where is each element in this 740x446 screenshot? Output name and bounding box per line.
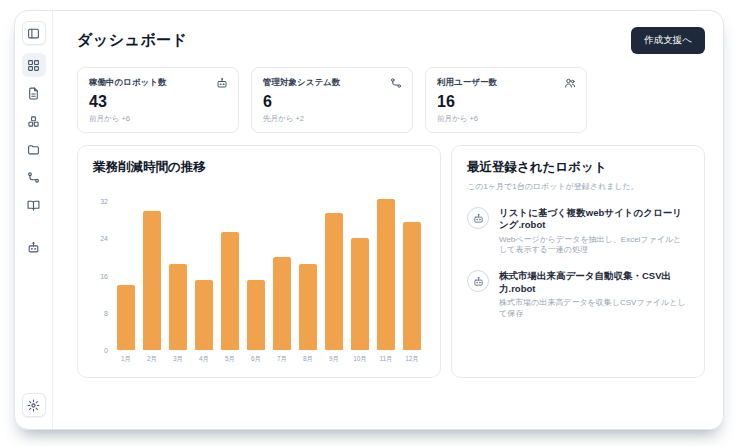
robot-item-text: 株式市場出来高データ自動収集・CSV出力.robot株式市場の出来高データを収集…	[499, 270, 689, 318]
bot-icon	[467, 270, 489, 292]
stat-card-1: 管理対象システム数6先月から +2	[251, 67, 413, 133]
robot-list-item[interactable]: リストに基づく複数webサイトのクローリング.robotWebページからデータを…	[467, 207, 689, 255]
recent-robots-title: 最近登録されたロボット	[467, 159, 689, 176]
bar-chart: 08162432 1月2月3月4月5月6月7月8月9月10月11月12月	[93, 192, 425, 364]
bar-10月	[351, 238, 369, 350]
robot-name: リストに基づく複数webサイトのクローリング.robot	[499, 207, 689, 232]
sidebar-item-dashboard[interactable]	[22, 53, 46, 77]
bar-5月	[221, 232, 239, 351]
robot-name: 株式市場出来高データ自動収集・CSV出力.robot	[499, 270, 689, 295]
bar-6月	[247, 280, 265, 350]
workflow-icon	[390, 77, 402, 89]
sidebar-item-blocks[interactable]	[22, 109, 46, 133]
sidebar-settings-button[interactable]	[22, 393, 46, 417]
bar-7月	[273, 257, 291, 350]
blocks-icon	[27, 115, 40, 128]
folder-icon	[27, 143, 40, 156]
grid-icon	[27, 59, 40, 72]
stat-label: 利用ユーザー数	[437, 77, 575, 89]
bar-3月	[169, 264, 187, 350]
stat-delta: 先月から +2	[263, 114, 401, 124]
bar-12月	[403, 222, 421, 350]
bar-9月	[325, 213, 343, 350]
chart-y-axis: 08162432	[93, 192, 113, 350]
stat-delta: 前月から +6	[437, 114, 575, 124]
recent-robots-subtitle: この1ヶ月で1台のロボットが登録されました。	[467, 181, 689, 192]
stat-card-2: 利用ユーザー数16前月から +6	[425, 67, 587, 133]
sidebar-item-workflows[interactable]	[22, 165, 46, 189]
sidebar-nav	[15, 51, 52, 393]
x-tick-label: 6月	[243, 355, 269, 364]
bar-slot	[139, 192, 165, 350]
main-content: ダッシュボード 作成支援へ 稼働中のロボット数43前月から +6管理対象システム…	[53, 11, 723, 429]
stats-row: 稼働中のロボット数43前月から +6管理対象システム数6先月から +2利用ユーザ…	[77, 67, 705, 133]
bar-slot	[321, 192, 347, 350]
users-icon	[564, 77, 576, 89]
x-tick-label: 11月	[373, 355, 399, 364]
bar-slot	[217, 192, 243, 350]
app-window: ダッシュボード 作成支援へ 稼働中のロボット数43前月から +6管理対象システム…	[14, 10, 724, 430]
robot-icon	[216, 77, 228, 89]
bar-slot	[269, 192, 295, 350]
bar-slot	[191, 192, 217, 350]
x-tick-label: 12月	[399, 355, 425, 364]
y-tick-label: 8	[104, 309, 108, 316]
sidebar-toggle-button[interactable]	[22, 21, 46, 45]
bar-8月	[299, 264, 317, 350]
sidebar	[15, 11, 53, 429]
stat-label: 管理対象システム数	[263, 77, 401, 89]
book-icon	[27, 199, 40, 212]
bar-1月	[117, 285, 135, 350]
sidebar-item-assistant[interactable]	[22, 235, 46, 259]
bar-slot	[113, 192, 139, 350]
bar-slot	[243, 192, 269, 350]
x-tick-label: 4月	[191, 355, 217, 364]
stat-value: 16	[437, 93, 575, 111]
bot-icon	[27, 241, 40, 254]
bar-slot	[165, 192, 191, 350]
stat-value: 6	[263, 93, 401, 111]
robot-list-item[interactable]: 株式市場出来高データ自動収集・CSV出力.robot株式市場の出来高データを収集…	[467, 270, 689, 318]
sidebar-item-folders[interactable]	[22, 137, 46, 161]
bar-4月	[195, 280, 213, 350]
x-tick-label: 2月	[139, 355, 165, 364]
y-tick-label: 16	[100, 272, 108, 279]
y-tick-label: 0	[104, 347, 108, 354]
chart-plot: 1月2月3月4月5月6月7月8月9月10月11月12月	[113, 192, 425, 364]
stat-label: 稼働中のロボット数	[89, 77, 227, 89]
stat-delta: 前月から +6	[89, 114, 227, 124]
robot-list: リストに基づく複数webサイトのクローリング.robotWebページからデータを…	[467, 207, 689, 319]
chart-title: 業務削減時間の推移	[93, 159, 425, 176]
x-tick-label: 9月	[321, 355, 347, 364]
bar-2月	[143, 211, 161, 350]
bar-11月	[377, 199, 395, 350]
sidebar-item-documents[interactable]	[22, 81, 46, 105]
robot-description: 株式市場の出来高データを収集しCSVファイルとして保存	[499, 298, 689, 319]
bar-slot	[347, 192, 373, 350]
x-tick-label: 5月	[217, 355, 243, 364]
chart-card: 業務削減時間の推移 08162432 1月2月3月4月5月6月7月8月9月10月…	[77, 145, 441, 378]
robot-item-text: リストに基づく複数webサイトのクローリング.robotWebページからデータを…	[499, 207, 689, 255]
x-tick-label: 8月	[295, 355, 321, 364]
x-tick-label: 10月	[347, 355, 373, 364]
x-tick-label: 7月	[269, 355, 295, 364]
y-tick-label: 32	[100, 198, 108, 205]
x-tick-label: 1月	[113, 355, 139, 364]
stat-card-0: 稼働中のロボット数43前月から +6	[77, 67, 239, 133]
header: ダッシュボード 作成支援へ	[77, 27, 705, 54]
stat-value: 43	[89, 93, 227, 111]
chart-x-axis: 1月2月3月4月5月6月7月8月9月10月11月12月	[113, 355, 425, 364]
create-support-button[interactable]: 作成支援へ	[631, 27, 705, 54]
bar-slot	[295, 192, 321, 350]
bot-icon	[467, 207, 489, 229]
page-title: ダッシュボード	[77, 31, 188, 50]
panel-left-icon	[27, 27, 40, 40]
content-row: 業務削減時間の推移 08162432 1月2月3月4月5月6月7月8月9月10月…	[77, 145, 705, 378]
gear-icon	[27, 399, 40, 412]
file-icon	[27, 87, 40, 100]
robot-description: Webページからデータを抽出し、Excelファイルとして表示する一連の処理	[499, 235, 689, 256]
bar-slot	[399, 192, 425, 350]
sidebar-item-library[interactable]	[22, 193, 46, 217]
bar-slot	[373, 192, 399, 350]
y-tick-label: 24	[100, 235, 108, 242]
